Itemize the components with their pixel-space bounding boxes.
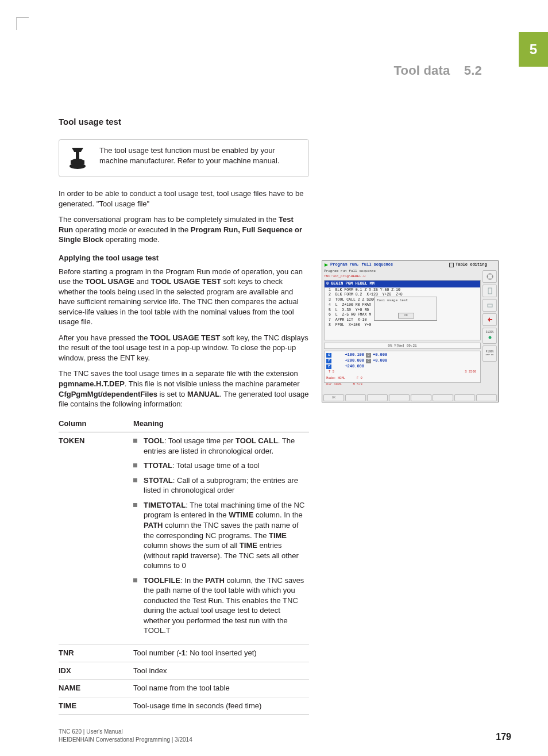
svg-point-9 [488, 336, 491, 339]
subheading: Applying the tool usage test [59, 253, 309, 263]
running-head-section: 5.2 [464, 63, 482, 78]
list-item: TIMETOTAL: The total machining time of t… [133, 500, 306, 571]
tool-usage-popup: Tool usage test OK [374, 297, 437, 321]
softkey[interactable] [476, 394, 497, 401]
progress-bar: 0% Y[Nm] 09:21 [324, 343, 481, 349]
col-header: Column [59, 415, 133, 432]
svg-marker-2 [325, 263, 328, 267]
program-listing: 0 BEGIN PGM HEBEL MM 1 BLK FORM 0.1 Z X-… [324, 280, 481, 340]
softkey[interactable] [454, 394, 475, 401]
paragraph: In order to be able to conduct a tool us… [59, 189, 309, 209]
running-head: Tool data 5.2 [394, 62, 482, 79]
sidebar-button[interactable]: S100% [483, 328, 497, 344]
svg-point-1 [70, 163, 86, 169]
paragraph: Before starting a program in the Program… [59, 267, 309, 327]
main-content: Tool usage test The tool usage test func… [59, 116, 309, 715]
table-row: TOKEN TOOL: Tool usage time per TOOL CAL… [59, 432, 309, 644]
sidebar-button[interactable] [483, 299, 497, 312]
paragraph: After you have pressed the TOOL USAGE TE… [59, 333, 309, 363]
table-row: TIME Tool-usage time in seconds (feed ti… [59, 697, 309, 715]
sidebar-button[interactable] [483, 270, 497, 283]
list-item: TOOLFILE: In the PATH column, the TNC sa… [133, 575, 306, 636]
page-footer: TNC 620 | User's Manual HEIDENHAIN Conve… [59, 728, 511, 743]
svg-marker-8 [488, 317, 492, 322]
col-header: Meaning [133, 415, 309, 432]
table-row: TNR Tool number (-1: No tool inserted ye… [59, 644, 309, 662]
list-item: STOTAL: Call of a subprogram; the entrie… [133, 475, 306, 496]
softkey[interactable]: OK [323, 394, 344, 401]
page-number: 179 [496, 731, 511, 743]
softkey[interactable] [367, 394, 388, 401]
svg-rect-6 [488, 288, 492, 294]
mode-subtitle: Program run full sequence [322, 269, 498, 274]
footer-text: TNC 620 | User's Manual HEIDENHAIN Conve… [59, 728, 192, 743]
svg-rect-7 [488, 304, 492, 307]
right-sidebar: S100% F100% OFFON [483, 270, 497, 393]
tool-usage-table: Column Meaning TOKEN TOOL: Tool usage ti… [59, 415, 309, 715]
table-icon [449, 263, 454, 267]
program-path: TNC:\nc_prog\HEBEL.H [322, 274, 498, 280]
table-row: IDX Tool index [59, 662, 309, 680]
program-line-selected: 0 BEGIN PGM HEBEL MM [325, 281, 480, 287]
softkey[interactable] [433, 394, 453, 401]
list-item: TOOL: Tool usage time per TOOL CALL. The… [133, 436, 306, 456]
list-item: TTOTAL: Total usage time of a tool [133, 460, 306, 471]
run-icon [324, 263, 329, 267]
mode-title: Program run, full sequence [322, 261, 447, 269]
note-text: The tool usage test function must be ena… [99, 145, 300, 166]
machine-screenshot: Program run, full sequence Table editing… [322, 260, 499, 402]
softkey-bar: OK [322, 394, 498, 402]
chapter-number: 5 [530, 40, 537, 59]
sidebar-button[interactable]: F100% OFFON [483, 346, 497, 362]
svg-rect-4 [450, 263, 453, 267]
manufacturer-note: The tool usage test function must be ena… [59, 139, 309, 177]
table-row: NAME Tool name from the tool table [59, 680, 309, 697]
paragraph: The conversational program has to be com… [59, 214, 309, 245]
machine-icon [65, 145, 90, 171]
dro-panel: X+100.100B+0.000 Y+200.000C+0.000 Z+240.… [324, 351, 481, 383]
softkey[interactable] [411, 394, 431, 401]
softkey[interactable] [389, 394, 410, 401]
section-title: Tool usage test [59, 116, 309, 128]
chapter-tab: 5 [519, 32, 548, 67]
secondary-mode: Table editing [447, 261, 498, 269]
popup-ok-button[interactable]: OK [398, 313, 414, 318]
sidebar-button[interactable] [483, 313, 497, 326]
paragraph: The TNC saves the tool usage times in a … [59, 369, 309, 409]
sidebar-button[interactable] [483, 285, 497, 297]
softkey[interactable] [345, 394, 366, 401]
running-head-title: Tool data [394, 63, 450, 78]
crop-mark [16, 17, 29, 30]
